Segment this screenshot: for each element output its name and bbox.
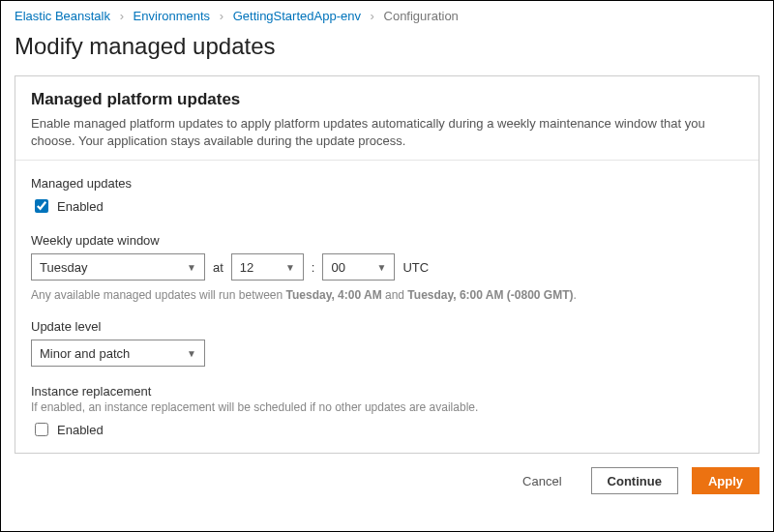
timezone-label: UTC: [402, 260, 429, 275]
update-level-value: Minor and patch: [40, 346, 130, 361]
weekly-day-value: Tuesday: [40, 260, 87, 275]
cancel-button[interactable]: Cancel: [507, 467, 577, 494]
caret-down-icon: ▼: [187, 348, 196, 359]
panel-description: Enable managed platform updates to apply…: [31, 115, 743, 150]
weekly-hour-select[interactable]: 12 ▼: [231, 253, 304, 281]
caret-down-icon: ▼: [377, 262, 387, 273]
breadcrumb-current: Configuration: [384, 9, 459, 23]
update-level-field: Update level Minor and patch ▼: [31, 319, 743, 367]
instance-replacement-enabled-row[interactable]: Enabled: [31, 420, 743, 439]
at-label: at: [213, 260, 223, 275]
instance-replacement-field: Instance replacement If enabled, an inst…: [31, 384, 743, 439]
weekly-window-field: Weekly update window Tuesday ▼ at 12 ▼ :…: [31, 233, 743, 302]
caret-down-icon: ▼: [285, 262, 295, 273]
continue-button[interactable]: Continue: [591, 467, 678, 494]
panel-title: Managed platform updates: [31, 90, 743, 109]
page-title: Modify managed updates: [15, 33, 759, 60]
footer-actions: Cancel Continue Apply: [1, 454, 773, 494]
instance-replacement-label: Instance replacement: [31, 384, 743, 399]
weekly-minute-select[interactable]: 00 ▼: [322, 253, 395, 281]
managed-updates-label: Managed updates: [31, 176, 743, 191]
update-level-label: Update level: [31, 319, 743, 334]
weekly-minute-value: 00: [331, 260, 344, 275]
instance-replacement-checkbox[interactable]: [35, 423, 48, 436]
managed-updates-enabled-row[interactable]: Enabled: [31, 196, 743, 216]
managed-updates-field: Managed updates Enabled: [31, 176, 743, 216]
weekly-hour-value: 12: [240, 260, 253, 275]
chevron-right-icon: ›: [220, 9, 223, 23]
managed-updates-enabled-label: Enabled: [57, 199, 104, 214]
weekly-day-select[interactable]: Tuesday ▼: [31, 253, 205, 281]
panel-header: Managed platform updates Enable managed …: [15, 76, 759, 161]
breadcrumb-link-environments[interactable]: Environments: [134, 9, 210, 23]
breadcrumb-link-env-name[interactable]: GettingStartedApp-env: [233, 9, 361, 23]
weekly-window-hint: Any available managed updates will run b…: [31, 288, 743, 302]
breadcrumb-link-elastic-beanstalk[interactable]: Elastic Beanstalk: [15, 9, 110, 23]
managed-updates-checkbox[interactable]: [35, 199, 48, 213]
chevron-right-icon: ›: [371, 9, 374, 23]
caret-down-icon: ▼: [187, 262, 196, 273]
settings-panel: Managed platform updates Enable managed …: [15, 75, 759, 454]
breadcrumb: Elastic Beanstalk › Environments › Getti…: [1, 1, 773, 29]
chevron-right-icon: ›: [120, 9, 124, 23]
apply-button[interactable]: Apply: [692, 467, 759, 494]
colon-label: :: [312, 260, 315, 275]
instance-replacement-hint: If enabled, an instance replacement will…: [31, 400, 743, 414]
update-level-select[interactable]: Minor and patch ▼: [31, 340, 205, 367]
weekly-window-label: Weekly update window: [31, 233, 743, 248]
instance-replacement-enabled-label: Enabled: [57, 423, 104, 437]
